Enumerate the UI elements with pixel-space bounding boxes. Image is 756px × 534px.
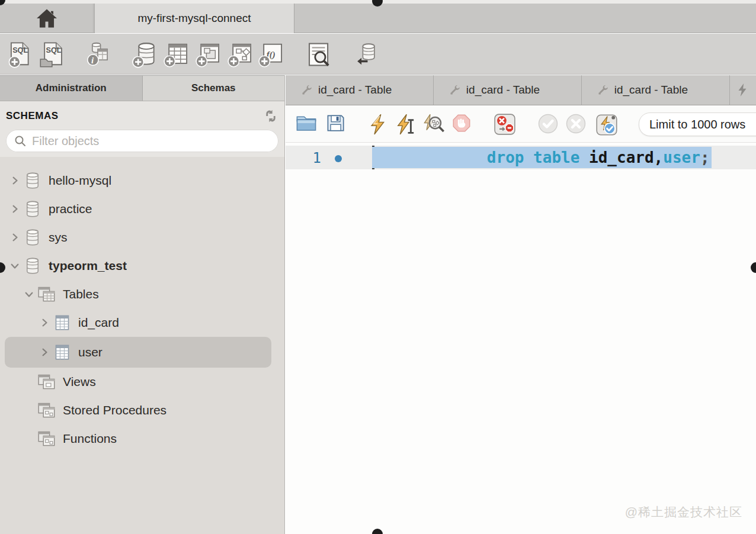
chevron-right-icon[interactable] <box>37 319 52 327</box>
query-tab-4-partial[interactable] <box>730 75 756 105</box>
query-tab-label: id_card - Table <box>614 83 688 96</box>
sql-keyword: user <box>663 149 700 166</box>
tree-item-label: Functions <box>63 432 117 446</box>
tree-item-sys[interactable]: sys <box>0 223 284 252</box>
svg-text:SQL: SQL <box>12 46 28 54</box>
tree-item-label: Tables <box>63 287 99 301</box>
chevron-down-icon[interactable] <box>21 290 37 298</box>
tree-item-user[interactable]: user <box>5 337 271 368</box>
tree-item-label: typeorm_test <box>49 259 127 273</box>
create-table-icon[interactable] <box>164 41 191 68</box>
tree-item-label: id_card <box>78 316 119 330</box>
mysql-workbench-window: my-first-mysql-connect SQL SQL i f() <box>0 0 756 534</box>
sql-punctuation: ; <box>700 149 710 166</box>
tab-schemas[interactable]: Schemas <box>143 76 285 101</box>
chevron-right-icon[interactable] <box>37 348 52 356</box>
search-icon <box>14 135 26 147</box>
tab-administration-label: Administration <box>36 82 107 94</box>
sql-identifier: id_card, <box>589 149 663 166</box>
connection-tab-label: my-first-mysql-connect <box>137 12 251 25</box>
create-schema-icon[interactable] <box>132 41 159 68</box>
create-procedure-icon[interactable] <box>228 41 255 68</box>
save-icon[interactable] <box>326 114 345 133</box>
current-line-highlight: 1 drop table id_card,user; <box>286 146 756 169</box>
tree-item-functions[interactable]: Functions <box>0 424 284 453</box>
stop-icon[interactable] <box>452 114 471 133</box>
chevron-right-icon[interactable] <box>7 205 23 213</box>
query-tab-bar: id_card - Table id_card - Table id_card … <box>286 75 756 105</box>
schemas-panel-title: SCHEMAS <box>6 110 59 122</box>
query-tab-label: id_card - Table <box>466 83 540 96</box>
tree-item-label: Stored Procedures <box>63 403 166 417</box>
selected-text: drop table id_card,user; <box>372 147 712 168</box>
schema-icon <box>23 229 43 246</box>
wrench-icon <box>597 84 609 96</box>
open-file-icon[interactable] <box>296 114 317 133</box>
tree-item-label: Views <box>63 375 96 389</box>
tree-item-typeorm-test[interactable]: typeorm_test <box>0 252 284 280</box>
wrench-icon <box>301 84 313 96</box>
chevron-right-icon[interactable] <box>7 233 23 242</box>
svg-text:SQL: SQL <box>46 46 62 54</box>
reconnect-dbms-icon[interactable] <box>352 41 379 68</box>
search-data-icon[interactable] <box>305 41 332 68</box>
statement-marker-dot <box>335 155 342 162</box>
tables-folder-icon <box>37 286 57 303</box>
main-toolbar: SQL SQL i f() <box>0 34 756 75</box>
schema-icon <box>23 257 43 275</box>
new-sql-tab-icon[interactable]: SQL <box>7 41 34 68</box>
table-icon <box>52 344 72 361</box>
query-tab-3[interactable]: id_card - Table <box>582 75 730 105</box>
create-function-icon[interactable]: f() <box>258 41 286 68</box>
sql-keyword: drop table <box>487 149 589 166</box>
tree-item-label: practice <box>49 202 92 216</box>
sidebar: Administration Schemas SCHEMAS hello <box>0 75 285 534</box>
filter-objects-box <box>6 130 278 152</box>
home-tab[interactable] <box>0 4 94 33</box>
tree-item-label: hello-mysql <box>49 173 111 188</box>
inspector-icon[interactable]: i <box>84 41 111 68</box>
watermark: @稀土掘金技术社区 <box>625 504 742 520</box>
filter-objects-input[interactable] <box>32 134 270 148</box>
open-sql-script-icon[interactable]: SQL <box>39 41 66 68</box>
bolt-icon <box>737 83 748 97</box>
tree-item-practice[interactable]: practice <box>0 195 284 223</box>
tree-item-views[interactable]: Views <box>0 368 284 396</box>
connection-tab-bar: my-first-mysql-connect <box>0 4 756 33</box>
query-tab-label: id_card - Table <box>318 83 392 96</box>
tab-schemas-label: Schemas <box>191 82 236 94</box>
refresh-icon[interactable] <box>264 110 277 123</box>
schema-icon <box>23 172 43 189</box>
line-number: 1 <box>302 150 321 166</box>
home-icon <box>36 8 58 28</box>
tree-item-id-card[interactable]: id_card <box>0 308 284 337</box>
procedures-folder-icon <box>37 402 57 419</box>
connection-tab-my-first-mysql-connect[interactable]: my-first-mysql-connect <box>94 4 294 33</box>
schema-tree: hello-mysql practice sys typeorm_test Ta <box>0 157 284 534</box>
sql-editor-area: id_card - Table id_card - Table id_card … <box>286 75 756 534</box>
chevron-down-icon[interactable] <box>7 262 23 270</box>
schemas-panel-header: SCHEMAS <box>0 101 284 157</box>
tab-administration[interactable]: Administration <box>0 76 143 101</box>
query-tab-2[interactable]: id_card - Table <box>434 75 582 105</box>
table-icon <box>52 314 72 331</box>
schema-icon <box>23 200 43 218</box>
views-folder-icon <box>37 374 57 390</box>
wrench-icon <box>449 84 461 96</box>
sidebar-tab-bar: Administration Schemas <box>0 75 284 101</box>
tree-item-hello-mysql[interactable]: hello-mysql <box>0 166 284 195</box>
tree-item-label: user <box>78 345 102 359</box>
create-view-icon[interactable] <box>196 41 223 68</box>
functions-folder-icon <box>37 430 57 447</box>
tree-item-tables[interactable]: Tables <box>0 280 284 308</box>
query-tab-1[interactable]: id_card - Table <box>286 75 434 105</box>
chevron-right-icon[interactable] <box>7 176 23 185</box>
sql-code-area[interactable]: 1 drop table id_card,user; <box>286 143 756 534</box>
tree-item-label: sys <box>49 230 68 245</box>
row-limit-label: Limit to 1000 rows <box>649 118 745 131</box>
tree-item-stored-procedures[interactable]: Stored Procedures <box>0 396 284 424</box>
